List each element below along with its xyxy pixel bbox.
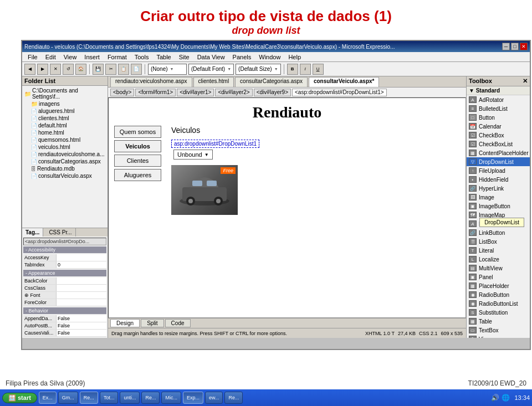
menu-site[interactable]: Site [176,53,193,61]
toolbox-radiobuttonlist[interactable]: ◉ RadioButtonList [467,299,530,308]
toolbox-table[interactable]: ▦ Table [467,317,530,326]
toolbar-size-dropdown[interactable]: (Default Size) [236,64,281,75]
toolbar-bold[interactable]: B [287,64,298,75]
menu-edit[interactable]: Edit [42,53,59,61]
taskbar-btn-re3[interactable]: Re... [224,392,243,404]
tab-code[interactable]: Code [165,319,191,327]
tab-rendiauto[interactable]: rendiauto:veiculoshome.aspx [110,77,192,87]
props-val-cssclass[interactable] [57,285,106,291]
taskbar-btn-gm[interactable]: Gm... [58,392,78,404]
breadcrumb-form[interactable]: <form#form1> [135,89,176,96]
toolbar-font-dropdown[interactable]: (Default Font) [188,64,234,75]
file-alugueres[interactable]: 📄 alugueres.html [23,107,106,115]
props-val-causesvalidation[interactable]: False [57,330,106,336]
menu-format[interactable]: Format [104,53,130,61]
toolbox-localize[interactable]: L Localize [467,255,530,264]
tab-split[interactable]: Split [141,319,163,327]
file-default[interactable]: 📄 default.html [23,122,106,129]
props-val-font[interactable] [57,292,106,299]
tab-consultarveiculo[interactable]: consultarVeiculo.aspx* [309,77,380,87]
toolbox-linkbutton[interactable]: 🔗 LinkButton [467,228,530,237]
taskbar-btn-ex[interactable]: Ex... [39,392,57,404]
toolbox-close-icon[interactable]: ✕ [523,78,528,85]
nav-clientes[interactable]: Clientes [114,155,161,167]
toolbox-fileupload[interactable]: ↑ FileUpload [467,166,530,175]
menu-help[interactable]: Help [285,53,304,61]
close-button[interactable]: ✕ [520,43,528,50]
props-val-tabindex[interactable]: 0 [57,261,106,268]
nav-veiculos[interactable]: Veiculos [114,140,161,152]
toolbox-panel[interactable]: ▣ Panel [467,273,530,281]
maximize-button[interactable]: □ [511,43,519,50]
tab-clientes[interactable]: clientes.html [193,77,234,87]
tab-design[interactable]: Design [110,319,140,327]
toolbox-hiddenfield[interactable]: ▪ HiddenField [467,175,530,184]
toolbar-underline[interactable]: U [313,64,324,75]
taskbar-btn-re2[interactable]: Re... [141,392,160,404]
nav-alugueres[interactable]: Alugueres [114,169,161,181]
props-val-accesskey[interactable] [57,254,106,261]
toolbox-literal[interactable]: T Literal [467,246,530,255]
toolbox-placeholder[interactable]: ▦ PlaceHolder [467,281,530,290]
taskbar-btn-unti[interactable]: unti... [120,392,140,404]
toolbar-btn-8[interactable]: 📋 [118,64,129,75]
props-val-autopostback[interactable]: False [57,322,106,329]
breadcrumb-layer2[interactable]: <div#layer2> [215,89,252,96]
toolbox-listbox[interactable]: ☰ ListBox [467,237,530,246]
menu-panels[interactable]: Panels [229,53,255,61]
menu-table[interactable]: Table [153,53,174,61]
toolbox-textbox[interactable]: ▭ TextBox [467,326,530,335]
toolbox-radiobutton[interactable]: ◉ RadioButton [467,290,530,299]
props-tab-tag[interactable]: Tag... [22,228,43,237]
folder-root[interactable]: 📁 C:\Documents and Settings\f... [23,87,106,100]
file-veiculos[interactable]: 📄 veiculos.html [23,143,106,151]
menu-file[interactable]: File [24,53,41,61]
toolbox-substitution[interactable]: S Substitution [467,308,530,317]
taskbar-btn-mic[interactable]: Mic... [161,392,181,404]
taskbar-btn-tot[interactable]: Tot... [100,392,119,404]
toolbar-style-dropdown[interactable]: (None) [148,64,187,75]
taskbar-btn-exp[interactable]: Exp... [183,392,203,404]
props-val-forecolor[interactable] [57,299,106,306]
breadcrumb-layer9[interactable]: <div#layer9> [254,89,291,96]
taskbar-btn-re1[interactable]: Re... [80,392,98,404]
minimize-button[interactable]: ─ [502,43,510,50]
menu-insert[interactable]: Insert [81,53,103,61]
file-home[interactable]: 📄 home.html [23,129,106,136]
toolbox-dropdownlist[interactable]: ▽ DropDownList [467,157,530,166]
file-rendiauto[interactable]: 📄 rendiautoveiculoshome.a... [23,151,106,158]
toolbar-btn-2[interactable]: ▶ [37,64,48,75]
menu-tools[interactable]: Tools [131,53,152,61]
toolbar-btn-6[interactable]: 💾 [93,64,104,75]
toolbox-checkbox[interactable]: ☑ CheckBox [467,131,530,140]
folder-imagens[interactable]: 📁 imagens [23,100,106,107]
file-clientes[interactable]: 📄 clientes.html [23,115,106,122]
toolbar-btn-1[interactable]: ◀ [24,64,35,75]
file-quemsomos[interactable]: 📄 quemsomos.html [23,136,106,143]
toolbox-multiview[interactable]: ▤ MultiView [467,264,530,273]
menu-window[interactable]: Window [255,53,284,61]
breadcrumb-dropdownlist[interactable]: <asp:dropdownlist#DropDownList1> [292,89,387,96]
taskbar-start[interactable]: 🪟 start [2,393,37,403]
toolbar-italic[interactable]: I [300,64,311,75]
toolbox-image[interactable]: 🖼 Image [467,193,530,202]
toolbox-view[interactable]: 👁 View [467,335,530,338]
toolbox-calendar[interactable]: 📅 Calendar [467,122,530,131]
toolbox-button[interactable]: □ Button [467,113,530,122]
dropdown-control[interactable]: Unbound [173,150,213,160]
nav-quemsomos[interactable]: Quem somos [114,126,161,138]
breadcrumb-layer1[interactable]: <div#layer1> [177,89,214,96]
toolbox-contentplaceholder[interactable]: ▦ ContentPlaceHolder [467,148,530,157]
tab-consultarcategorias[interactable]: consultarCategorias.aspx [235,77,308,87]
file-consultarcategorias[interactable]: 📄 consultarCategorias.aspx [23,158,106,165]
props-val-backcolor[interactable] [57,277,106,284]
breadcrumb-body[interactable]: <body> [110,89,134,96]
props-tab-css[interactable]: CSS Pr... [45,228,75,237]
file-mdb[interactable]: 🗄 Rendiauto.mdb [23,165,106,172]
toolbox-imagebutton[interactable]: ▣ ImageButton [467,202,530,210]
toolbox-checkboxlist[interactable]: ☑ CheckBoxList [467,140,530,148]
taskbar-btn-ew[interactable]: ew... [205,392,223,404]
toolbar-btn-9[interactable]: 📄 [131,64,142,75]
toolbox-bulletedlist[interactable]: ≡ BulletedList [467,104,530,113]
toolbar-btn-5[interactable]: 🏠 [75,64,86,75]
